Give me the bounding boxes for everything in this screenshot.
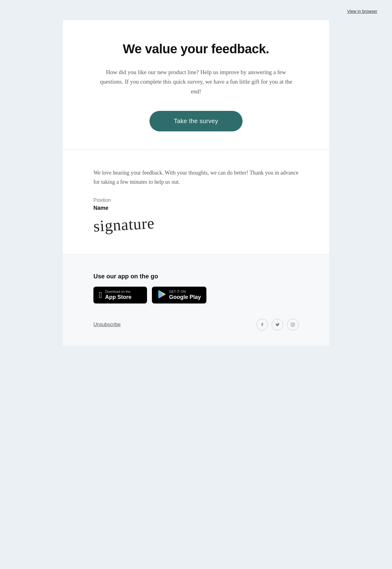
app-store-button[interactable]:  Download on the App Store bbox=[93, 287, 147, 303]
unsubscribe-link[interactable]: Unsubscribe bbox=[93, 322, 121, 327]
app-buttons:  Download on the App Store bbox=[93, 287, 299, 303]
facebook-icon[interactable] bbox=[256, 319, 268, 330]
take-survey-button[interactable]: Take the survey bbox=[149, 111, 243, 131]
hero-section: We value your feedback. How did you like… bbox=[63, 20, 329, 150]
signature-body: We love hearing your feedback. With your… bbox=[93, 168, 299, 187]
svg-rect-0 bbox=[291, 323, 295, 326]
page-wrapper: View in browser We value your feedback. … bbox=[0, 0, 392, 569]
apple-icon:  bbox=[99, 291, 102, 300]
app-store-sub-label: Download on the bbox=[105, 290, 131, 294]
svg-point-1 bbox=[292, 324, 294, 326]
signature-section: We love hearing your feedback. With your… bbox=[63, 150, 329, 254]
signature-name: Name bbox=[93, 205, 299, 211]
email-container: We value your feedback. How did you like… bbox=[63, 20, 329, 346]
app-heading: Use our app on the go bbox=[93, 273, 299, 280]
instagram-icon[interactable] bbox=[287, 319, 299, 330]
svg-point-2 bbox=[294, 323, 294, 324]
top-bar: View in browser bbox=[0, 0, 392, 20]
footer-section: Use our app on the go  Download on the … bbox=[63, 254, 329, 346]
google-play-button[interactable]: GET IT ON Google Play bbox=[152, 287, 206, 303]
hero-title: We value your feedback. bbox=[93, 42, 299, 56]
google-play-icon bbox=[157, 290, 166, 300]
google-play-main-label: Google Play bbox=[169, 294, 201, 301]
signature-position: Position bbox=[93, 198, 299, 203]
hero-body: How did you like our new product line? H… bbox=[98, 67, 294, 96]
view-in-browser-link[interactable]: View in browser bbox=[347, 9, 377, 14]
google-play-sub-label: GET IT ON bbox=[169, 290, 201, 294]
social-icons bbox=[256, 319, 299, 330]
footer-bottom: Unsubscribe bbox=[93, 319, 299, 330]
signature-image: signature bbox=[93, 215, 155, 234]
app-store-main-label: App Store bbox=[105, 294, 131, 301]
twitter-icon[interactable] bbox=[272, 319, 283, 330]
